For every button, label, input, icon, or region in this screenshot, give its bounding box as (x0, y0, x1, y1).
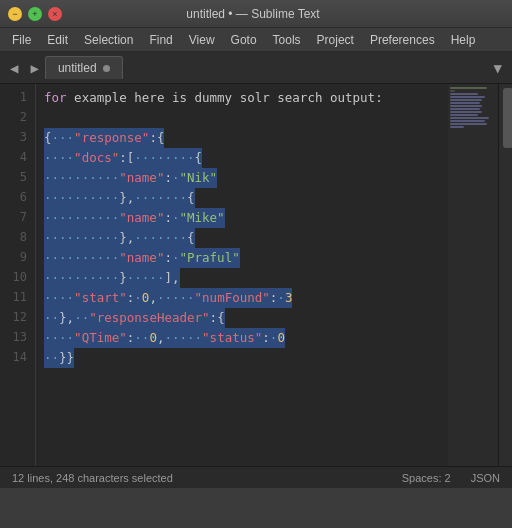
tab-label: untitled (58, 61, 97, 75)
line-num-11: 11 (0, 288, 35, 308)
window-controls[interactable]: − + × (8, 7, 62, 21)
maximize-button[interactable]: + (28, 7, 42, 21)
title-bar: − + × untitled • — Sublime Text (0, 0, 512, 28)
tab-nav-prev[interactable]: ◀ (4, 56, 24, 80)
code-line-3: {···"response":{ (44, 128, 504, 148)
line-num-10: 10 (0, 268, 35, 288)
menu-file[interactable]: File (4, 31, 39, 49)
code-line-10: ··········}·····], (44, 268, 504, 288)
menu-selection[interactable]: Selection (76, 31, 141, 49)
line-num-14: 14 (0, 348, 35, 368)
line-num-9: 9 (0, 248, 35, 268)
window-title: untitled • — Sublime Text (62, 7, 444, 21)
minimap (448, 84, 498, 466)
line-num-13: 13 (0, 328, 35, 348)
code-editor[interactable]: for example here is dummy solr search ou… (36, 84, 512, 466)
line-num-3: 3 (0, 128, 35, 148)
menu-project[interactable]: Project (309, 31, 362, 49)
menu-goto[interactable]: Goto (223, 31, 265, 49)
line-num-5: 5 (0, 168, 35, 188)
code-line-11: ····"start":·0,·····"numFound":·3 (44, 288, 504, 308)
menu-view[interactable]: View (181, 31, 223, 49)
line-numbers: 1 2 3 4 5 6 7 8 9 10 11 12 13 14 (0, 84, 36, 466)
spaces-indicator[interactable]: Spaces: 2 (402, 472, 451, 484)
code-line-13: ····"QTime":··0,·····"status":·0 (44, 328, 504, 348)
editor-area[interactable]: 1 2 3 4 5 6 7 8 9 10 11 12 13 14 for exa… (0, 84, 512, 466)
selection-info: 12 lines, 248 characters selected (12, 472, 173, 484)
code-line-8: ··········},·······{ (44, 228, 504, 248)
code-line-7: ··········"name":·"Mike" (44, 208, 504, 228)
status-right: Spaces: 2 JSON (402, 472, 500, 484)
minimize-button[interactable]: − (8, 7, 22, 21)
code-line-2 (44, 108, 504, 128)
vertical-scrollbar[interactable] (498, 84, 512, 466)
line-num-12: 12 (0, 308, 35, 328)
line-num-1: 1 (0, 88, 35, 108)
menu-bar: File Edit Selection Find View Goto Tools… (0, 28, 512, 52)
code-line-5: ··········"name":·"Nik" (44, 168, 504, 188)
line-num-4: 4 (0, 148, 35, 168)
menu-tools[interactable]: Tools (265, 31, 309, 49)
scrollbar-thumb[interactable] (503, 88, 513, 148)
menu-help[interactable]: Help (443, 31, 484, 49)
status-bar: 12 lines, 248 characters selected Spaces… (0, 466, 512, 488)
tab-list-arrow[interactable]: ▼ (488, 56, 508, 80)
menu-preferences[interactable]: Preferences (362, 31, 443, 49)
code-line-1: for example here is dummy solr search ou… (44, 88, 504, 108)
code-line-4: ····"docs":[········{ (44, 148, 504, 168)
tab-nav-next[interactable]: ▶ (24, 56, 44, 80)
tab-bar: ◀ ▶ untitled ▼ (0, 52, 512, 84)
code-line-9: ··········"name":·"Praful" (44, 248, 504, 268)
menu-find[interactable]: Find (141, 31, 180, 49)
line-num-6: 6 (0, 188, 35, 208)
syntax-indicator[interactable]: JSON (471, 472, 500, 484)
tab-untitled[interactable]: untitled (45, 56, 123, 79)
menu-edit[interactable]: Edit (39, 31, 76, 49)
line-num-2: 2 (0, 108, 35, 128)
code-line-12: ··},··"responseHeader":{ (44, 308, 504, 328)
code-line-14: ··}} (44, 348, 504, 368)
tab-modified-dot (103, 65, 110, 72)
close-button[interactable]: × (48, 7, 62, 21)
line-num-7: 7 (0, 208, 35, 228)
line-num-8: 8 (0, 228, 35, 248)
code-line-6: ··········},·······{ (44, 188, 504, 208)
